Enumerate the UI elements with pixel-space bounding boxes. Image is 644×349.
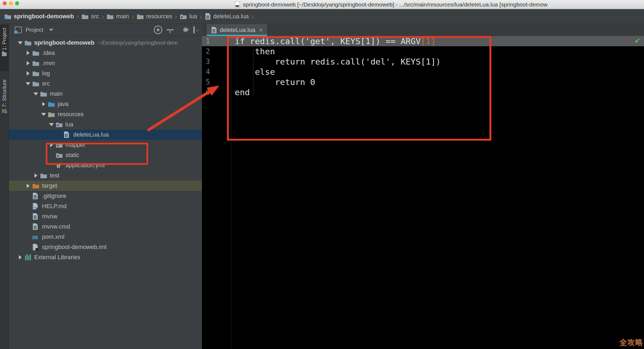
- structure-tool-icon: [2, 109, 7, 113]
- expanded-arrow-icon[interactable]: [33, 92, 38, 95]
- gutter-line-number[interactable]: 1: [202, 36, 210, 46]
- resource-subfolder-icon: [56, 152, 63, 158]
- tool-strip-project-tab[interactable]: 1: Project: [0, 25, 9, 71]
- collapsed-arrow-icon[interactable]: [25, 61, 31, 65]
- project-view-dropdown-icon[interactable]: [49, 29, 53, 31]
- project-tool-window: Project ✺ springboot-demoweb ~/Desktop/y…: [9, 24, 202, 349]
- tree-item-lua[interactable]: lua: [9, 119, 202, 130]
- ide-window: springboot-demoweb [~/Desktop/yang/sprin…: [0, 0, 644, 349]
- window-title: springboot-demoweb [~/Desktop/yang/sprin…: [243, 0, 644, 9]
- tree-item-idea[interactable]: .idea: [9, 48, 202, 58]
- folder-icon: [107, 13, 114, 19]
- collapsed-arrow-icon[interactable]: [18, 255, 23, 259]
- collapse-all-icon[interactable]: [167, 26, 174, 33]
- tree-item-log[interactable]: log: [9, 68, 202, 79]
- breadcrumb-item-src[interactable]: src: [82, 13, 99, 20]
- project-folder-icon: [24, 40, 32, 46]
- minimize-window-button[interactable]: [9, 1, 13, 5]
- breadcrumb-item-resources[interactable]: resources: [137, 13, 172, 20]
- tree-item-static[interactable]: static: [9, 150, 202, 160]
- code-line-1[interactable]: if redis.call('get', KEYS[1]) == ARGV[1]: [235, 36, 436, 46]
- tree-item-mvnw[interactable]: mvnw: [9, 211, 202, 222]
- tree-item-application-yml[interactable]: application.yml: [9, 160, 202, 170]
- collapsed-arrow-icon[interactable]: [25, 184, 31, 188]
- code-line-5[interactable]: return 0: [235, 77, 315, 87]
- tree-item-mvnw-cmd[interactable]: mvnw.cmd: [9, 222, 202, 232]
- text-file-icon: [32, 223, 40, 230]
- breadcrumb-separator: ›: [132, 13, 134, 20]
- breadcrumb-item-file[interactable]: deleteLua.lua: [205, 13, 249, 20]
- markdown-file-icon: MD: [32, 203, 40, 210]
- tree-item-root[interactable]: springboot-demoweb ~/Desktop/yang/spring…: [9, 38, 202, 48]
- tree-item-external-libraries[interactable]: External Libraries: [9, 252, 202, 262]
- libraries-icon: [24, 254, 32, 261]
- resource-subfolder-icon: [56, 122, 63, 127]
- svg-text:MD: MD: [33, 208, 36, 209]
- sources-folder-icon: [48, 101, 55, 107]
- folder-icon: [32, 60, 40, 66]
- expanded-arrow-icon[interactable]: [49, 123, 54, 126]
- hide-panel-icon[interactable]: [193, 26, 199, 33]
- project-folder-icon: [4, 13, 11, 19]
- tree-item-pom-xml[interactable]: m pom.xml: [9, 232, 202, 242]
- gutter-line-number[interactable]: 2: [202, 46, 210, 56]
- tree-item-help-md[interactable]: MD HELP.md: [9, 201, 202, 211]
- collapsed-arrow-icon[interactable]: [49, 143, 54, 147]
- document-proxy-icon: [235, 1, 240, 8]
- breadcrumb-item-lua[interactable]: lua: [180, 13, 197, 20]
- code-line-6[interactable]: end: [235, 87, 250, 97]
- code-line-3[interactable]: return redis.call('del', KEYS[1]): [235, 56, 441, 67]
- code-line-2[interactable]: then: [235, 46, 275, 56]
- close-tab-icon[interactable]: ×: [259, 26, 263, 34]
- collapsed-arrow-icon[interactable]: [33, 173, 38, 178]
- breadcrumb-separator: ›: [102, 13, 104, 20]
- tool-strip-structure-tab[interactable]: 7: Structure: [0, 77, 9, 130]
- tree-item-gitignore[interactable]: .gitignore: [9, 191, 202, 201]
- expanded-arrow-icon[interactable]: [25, 82, 31, 85]
- tree-item-java[interactable]: java: [9, 99, 202, 109]
- tree-item-src[interactable]: src: [9, 79, 202, 89]
- project-panel-header: Project ✺: [9, 24, 202, 36]
- editor-tab-deletelua[interactable]: deleteLua.lua ×: [207, 24, 267, 36]
- tree-item-test[interactable]: test: [9, 170, 202, 181]
- gutter-separator: [231, 46, 231, 349]
- zoom-window-button[interactable]: [15, 1, 19, 5]
- expanded-arrow-icon[interactable]: [41, 113, 46, 116]
- tree-item-main[interactable]: main: [9, 89, 202, 99]
- spring-yml-file-icon: [56, 162, 63, 169]
- text-file-icon: [32, 193, 40, 200]
- tree-item-resources[interactable]: resources: [9, 109, 202, 119]
- resources-folder-icon: [48, 111, 55, 117]
- resources-folder-icon: [137, 13, 144, 19]
- tree-item-mvn[interactable]: .mvn: [9, 58, 202, 68]
- tree-item-deletelua-selected[interactable]: deleteLua.lua: [9, 130, 202, 140]
- gutter-line-number[interactable]: 5: [202, 77, 210, 87]
- gutter-line-number[interactable]: 6: [202, 87, 210, 97]
- breadcrumb: springboot-demoweb › src › main › resour…: [0, 9, 644, 24]
- editor-tab-bar: deleteLua.lua ×: [202, 24, 644, 36]
- breadcrumb-separator: ›: [251, 13, 254, 20]
- tree-item-target[interactable]: target: [9, 181, 202, 191]
- breadcrumb-item-main[interactable]: main: [107, 13, 129, 20]
- gutter-line-number[interactable]: 3: [202, 56, 210, 67]
- tree-item-mapper[interactable]: mapper: [9, 140, 202, 150]
- collapsed-arrow-icon[interactable]: [41, 102, 46, 106]
- breadcrumb-item-project[interactable]: springboot-demoweb: [4, 13, 74, 20]
- editor-area[interactable]: deleteLua.lua × 1 2 3 4 5 6 if redis.cal…: [202, 24, 644, 349]
- collapsed-arrow-icon[interactable]: [25, 71, 31, 76]
- gutter-line-number[interactable]: 4: [202, 67, 210, 77]
- folder-icon: [82, 13, 89, 19]
- collapsed-arrow-icon[interactable]: [25, 51, 31, 55]
- close-window-button[interactable]: [3, 1, 7, 5]
- excluded-folder-icon: [32, 183, 40, 189]
- toolbar-separator: [178, 26, 178, 33]
- folder-icon: [32, 70, 40, 76]
- expanded-arrow-icon[interactable]: [18, 41, 23, 44]
- inspection-ok-icon[interactable]: ✔: [634, 37, 640, 45]
- project-tool-icon: [2, 52, 7, 56]
- locate-icon[interactable]: [154, 26, 162, 34]
- code-line-4[interactable]: else: [235, 67, 275, 77]
- resource-subfolder-icon: [56, 142, 63, 148]
- folder-icon: [40, 173, 48, 179]
- tree-item-iml[interactable]: springboot-demoweb.iml: [9, 242, 202, 252]
